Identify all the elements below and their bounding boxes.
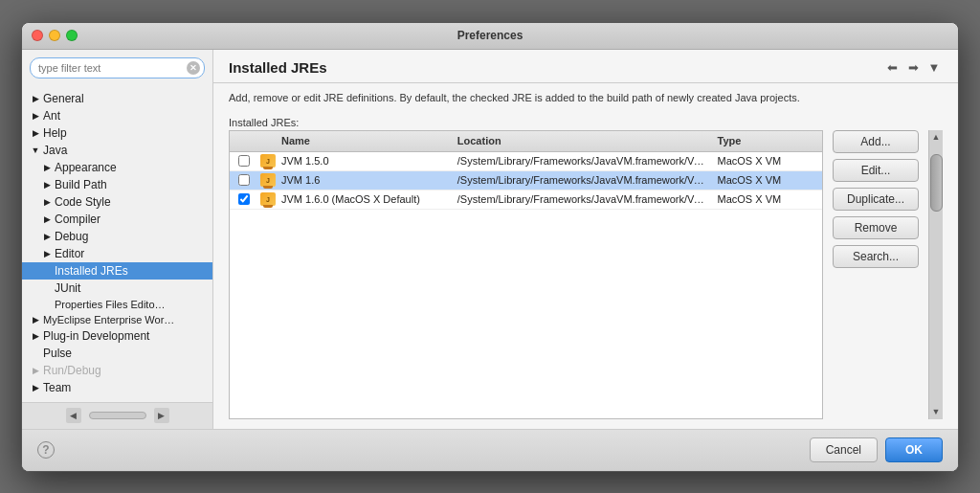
sidebar-item-help[interactable]: Help	[22, 124, 212, 142]
sidebar-item-code-style[interactable]: Code Style	[22, 193, 212, 211]
duplicate-button[interactable]: Duplicate...	[833, 188, 919, 211]
sidebar-item-compiler[interactable]: Compiler	[22, 211, 212, 228]
expand-arrow-icon	[30, 93, 41, 104]
table-row[interactable]: J JVM 1.5.0 /System/Library/Frameworks/J…	[230, 152, 822, 171]
forward-icon[interactable]: ➡	[904, 59, 922, 77]
preferences-window: Preferences ✕ General Ant	[21, 22, 959, 472]
cancel-button[interactable]: Cancel	[810, 437, 878, 462]
sidebar-item-label: Java	[43, 144, 67, 157]
jre-type-cell: MacOS X VM	[714, 155, 822, 167]
sidebar-item-debug[interactable]: Debug	[22, 228, 212, 245]
expand-arrow-icon	[30, 110, 41, 122]
expand-arrow-icon	[41, 248, 53, 259]
sidebar-item-team[interactable]: Team	[22, 379, 212, 396]
filter-input[interactable]	[30, 57, 205, 78]
jre-icon: J	[260, 154, 276, 168]
sidebar-item-label: Editor	[55, 247, 84, 260]
sidebar-bottom-bar: ◀ ▶	[22, 402, 212, 429]
sidebar-item-plugin-dev[interactable]: Plug-in Development	[22, 327, 212, 345]
row-checkbox-cell[interactable]	[230, 193, 258, 205]
jre-checkbox[interactable]	[238, 174, 250, 186]
sidebar-item-label: Build Path	[55, 178, 107, 191]
table-row[interactable]: J JVM 1.6 /System/Library/Frameworks/Jav…	[230, 171, 822, 190]
edit-button[interactable]: Edit...	[833, 159, 919, 182]
scroll-up-button[interactable]: ▲	[929, 130, 944, 145]
sidebar-item-installed-jres[interactable]: ▶ Installed JREs	[22, 262, 212, 280]
dialog-buttons: Cancel OK	[810, 437, 943, 462]
expand-arrow-icon	[41, 231, 53, 242]
sidebar-item-java[interactable]: Java	[22, 142, 212, 159]
sidebar-item-label: Code Style	[55, 195, 111, 209]
sidebar-item-run-debug[interactable]: Run/Debug	[22, 362, 212, 379]
jre-checkbox[interactable]	[238, 193, 250, 205]
clear-filter-button[interactable]: ✕	[187, 61, 200, 75]
scroll-track	[929, 145, 943, 405]
jre-type-cell: MacOS X VM	[714, 174, 822, 186]
jre-icon-cell: J	[258, 173, 278, 187]
back-icon[interactable]: ⬅	[883, 59, 901, 77]
sidebar-item-build-path[interactable]: Build Path	[22, 176, 212, 193]
spacer-icon: ▶	[41, 282, 53, 294]
main-scrollbar: ▲ ▼	[928, 130, 943, 419]
scroll-down-button[interactable]: ▼	[929, 405, 944, 419]
sidebar-item-general[interactable]: General	[22, 90, 212, 107]
scroll-right-button[interactable]: ▶	[154, 408, 169, 423]
row-checkbox-cell[interactable]	[230, 174, 258, 186]
sidebar-item-label: Debug	[55, 230, 88, 243]
jre-table: Name Location Type J	[229, 130, 823, 419]
sidebar: ✕ General Ant Help	[22, 50, 213, 429]
jre-icon-cell: J	[258, 154, 278, 168]
expand-arrow-icon	[30, 365, 41, 376]
spacer-icon: ▶	[41, 265, 53, 277]
scroll-thumb[interactable]	[930, 154, 943, 212]
sidebar-item-pulse[interactable]: ▶ Pulse	[22, 345, 212, 362]
jre-location-cell: /System/Library/Frameworks/JavaVM.framew…	[454, 193, 714, 205]
expand-arrow-icon	[41, 196, 53, 208]
jre-location-cell: /System/Library/Frameworks/JavaVM.framew…	[454, 174, 714, 186]
side-buttons: Add... Edit... Duplicate... Remove Searc…	[833, 130, 919, 419]
jre-name-cell: JVM 1.6	[278, 174, 454, 186]
spacer-icon: ▶	[30, 347, 41, 359]
location-column-header[interactable]: Location	[454, 135, 714, 146]
help-button[interactable]: ?	[37, 441, 55, 459]
expand-arrow-icon	[30, 382, 41, 393]
sidebar-item-junit[interactable]: ▶ JUnit	[22, 280, 212, 297]
sidebar-item-ant[interactable]: Ant	[22, 107, 212, 124]
add-button[interactable]: Add...	[833, 130, 919, 153]
jre-checkbox[interactable]	[238, 155, 250, 167]
sidebar-item-label: Plug-in Development	[43, 329, 149, 343]
expand-arrow-icon	[41, 162, 53, 173]
row-checkbox-cell[interactable]	[230, 155, 258, 167]
sidebar-item-appearance[interactable]: Appearance	[22, 159, 212, 176]
expand-arrow-icon	[41, 213, 53, 225]
search-button[interactable]: Search...	[833, 245, 919, 268]
sidebar-item-properties-files-editor[interactable]: ▶ Properties Files Edito…	[22, 297, 212, 312]
collapse-arrow-icon	[30, 145, 41, 156]
ok-button[interactable]: OK	[885, 437, 943, 462]
sidebar-item-label: Compiler	[55, 213, 100, 226]
sidebar-item-myeclipse[interactable]: MyEclipse Enterprise Wor…	[22, 312, 212, 327]
jre-type-cell: MacOS X VM	[714, 193, 822, 205]
panel-description: Add, remove or edit JRE definitions. By …	[213, 83, 958, 113]
traffic-lights	[32, 30, 78, 41]
jre-name-cell: JVM 1.6.0 (MacOS X Default)	[278, 193, 454, 205]
type-column-header[interactable]: Type	[714, 135, 822, 146]
sidebar-tree: General Ant Help Java	[22, 86, 212, 402]
sidebar-item-editor[interactable]: Editor	[22, 245, 212, 262]
main-panel: Installed JREs ⬅ ➡ ▼ Add, remove or edit…	[213, 50, 958, 429]
sidebar-item-label: Run/Debug	[43, 364, 101, 377]
main-header: Installed JREs ⬅ ➡ ▼	[213, 50, 958, 83]
installed-jres-label: Installed JREs:	[213, 113, 958, 130]
window-title: Preferences	[457, 29, 523, 42]
jre-area: Name Location Type J	[213, 130, 958, 429]
bottom-bar: ? Cancel OK	[22, 429, 958, 471]
remove-button[interactable]: Remove	[833, 216, 919, 239]
menu-icon[interactable]: ▼	[925, 59, 943, 77]
maximize-button[interactable]	[66, 30, 78, 41]
name-column-header[interactable]: Name	[278, 135, 454, 146]
sidebar-item-label: General	[43, 92, 84, 105]
table-row[interactable]: J JVM 1.6.0 (MacOS X Default) /System/Li…	[230, 190, 822, 210]
close-button[interactable]	[32, 30, 43, 41]
scroll-left-button[interactable]: ◀	[66, 408, 81, 423]
minimize-button[interactable]	[49, 30, 60, 41]
